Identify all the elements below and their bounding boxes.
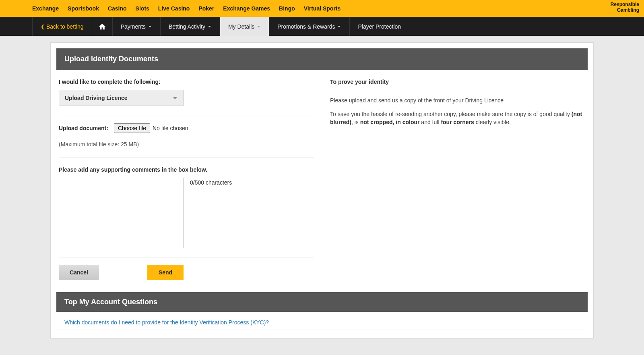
product-exchange[interactable]: Exchange <box>32 5 59 12</box>
back-to-betting-link[interactable]: ❮ Back to betting <box>32 17 92 36</box>
max-size-note: (Maximum total file size: 25 MB) <box>59 141 314 147</box>
product-live-casino[interactable]: Live Casino <box>158 5 190 12</box>
instruction-paragraph-1: Please upload and send us a copy of the … <box>330 96 585 104</box>
nav-promotions[interactable]: Promotions & Rewards ⏷ <box>269 17 350 36</box>
product-virtual-sports[interactable]: Virtual Sports <box>304 5 341 12</box>
right-column: To prove your identity Please upload and… <box>322 70 585 280</box>
chevron-down-icon: ⏷ <box>173 95 178 101</box>
left-column: I would like to complete the following: … <box>59 70 322 280</box>
product-sportsbook[interactable]: Sportsbook <box>68 5 99 12</box>
no-file-text: No file chosen <box>153 125 188 131</box>
nav-player-protection[interactable]: Player Protection <box>350 17 409 36</box>
product-bingo[interactable]: Bingo <box>279 5 295 12</box>
p2-text: clearly visible. <box>474 119 511 125</box>
cancel-button[interactable]: Cancel <box>59 265 99 280</box>
nav-player-protection-label: Player Protection <box>358 23 401 30</box>
nav-betting-activity-label: Betting Activity <box>169 23 205 30</box>
product-slots[interactable]: Slots <box>136 5 149 12</box>
document-type-value: Upload Driving Licence <box>65 95 128 101</box>
p2-bold-four-corners: four corners <box>441 119 474 125</box>
upload-label: Upload document: <box>59 125 108 131</box>
p2-text: , is <box>351 119 360 125</box>
document-type-select[interactable]: Upload Driving Licence ⏷ <box>59 90 184 106</box>
page-card: Upload Identity Documents I would like t… <box>50 42 594 338</box>
comments-textarea[interactable] <box>59 178 184 248</box>
char-count: 0/500 characters <box>190 179 232 248</box>
nav-promotions-label: Promotions & Rewards <box>277 23 335 30</box>
faq-link-kyc[interactable]: Which documents do I need to provide for… <box>56 312 588 330</box>
account-navbar: ❮ Back to betting Payments ⏷ Betting Act… <box>0 17 644 36</box>
responsible-line1: Responsible <box>611 2 639 7</box>
p2-bold-not-cropped: not cropped, in colour <box>360 119 420 125</box>
choose-file-button[interactable]: Choose file <box>114 123 150 133</box>
p2-text: and full <box>419 119 441 125</box>
responsible-gambling-link[interactable]: Responsible Gambling <box>611 2 639 13</box>
chevron-down-icon: ⏷ <box>337 24 341 29</box>
instruction-paragraph-2: To save you the hassle of re-sending ano… <box>330 110 585 126</box>
chevron-down-icon: ⏷ <box>208 24 212 29</box>
top-product-bar: Exchange Sportsbook Casino Slots Live Ca… <box>0 0 644 17</box>
upload-panel-title: Upload Identity Documents <box>56 48 588 70</box>
product-exchange-games[interactable]: Exchange Games <box>223 5 270 12</box>
home-button[interactable] <box>92 17 113 36</box>
p2-text: To save you the hassle of re-sending ano… <box>330 111 572 117</box>
product-casino[interactable]: Casino <box>108 5 127 12</box>
divider <box>59 157 314 158</box>
product-poker[interactable]: Poker <box>198 5 214 12</box>
send-button[interactable]: Send <box>147 265 184 280</box>
intro-label: I would like to complete the following: <box>59 79 314 85</box>
divider <box>59 116 314 116</box>
chevron-down-icon: ⏷ <box>257 24 261 29</box>
nav-my-details-label: My Details <box>228 23 254 30</box>
chevron-down-icon: ⏷ <box>148 24 152 29</box>
chevron-left-icon: ❮ <box>41 24 45 29</box>
comments-label: Please add any supporting comments in th… <box>59 166 314 173</box>
nav-payments-label: Payments <box>121 23 146 30</box>
responsible-line2: Gambling <box>617 7 639 13</box>
nav-my-details[interactable]: My Details ⏷ <box>220 17 269 36</box>
home-icon <box>99 23 106 30</box>
nav-payments[interactable]: Payments ⏷ <box>113 17 161 36</box>
faq-panel-title: Top My Account Questions <box>56 292 588 312</box>
back-label: Back to betting <box>46 23 84 30</box>
prove-identity-title: To prove your identity <box>330 79 585 85</box>
nav-betting-activity[interactable]: Betting Activity ⏷ <box>161 17 220 36</box>
